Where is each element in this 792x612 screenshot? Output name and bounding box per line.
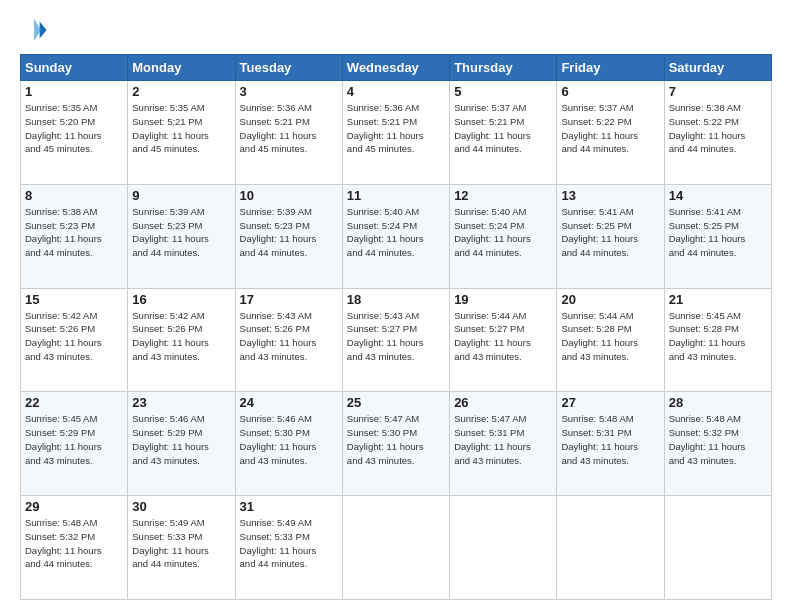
day-info: Sunrise: 5:41 AM Sunset: 5:25 PM Dayligh… xyxy=(561,205,659,260)
day-info: Sunrise: 5:48 AM Sunset: 5:31 PM Dayligh… xyxy=(561,412,659,467)
day-number: 17 xyxy=(240,292,338,307)
header-day-saturday: Saturday xyxy=(664,55,771,81)
day-info: Sunrise: 5:41 AM Sunset: 5:25 PM Dayligh… xyxy=(669,205,767,260)
calendar-cell xyxy=(342,496,449,600)
calendar-cell: 20Sunrise: 5:44 AM Sunset: 5:28 PM Dayli… xyxy=(557,288,664,392)
day-number: 25 xyxy=(347,395,445,410)
day-info: Sunrise: 5:36 AM Sunset: 5:21 PM Dayligh… xyxy=(240,101,338,156)
day-number: 26 xyxy=(454,395,552,410)
calendar-header-row: SundayMondayTuesdayWednesdayThursdayFrid… xyxy=(21,55,772,81)
calendar-cell: 22Sunrise: 5:45 AM Sunset: 5:29 PM Dayli… xyxy=(21,392,128,496)
calendar-week-row: 1Sunrise: 5:35 AM Sunset: 5:20 PM Daylig… xyxy=(21,81,772,185)
day-info: Sunrise: 5:39 AM Sunset: 5:23 PM Dayligh… xyxy=(240,205,338,260)
day-number: 5 xyxy=(454,84,552,99)
calendar-cell: 5Sunrise: 5:37 AM Sunset: 5:21 PM Daylig… xyxy=(450,81,557,185)
calendar-cell: 24Sunrise: 5:46 AM Sunset: 5:30 PM Dayli… xyxy=(235,392,342,496)
day-number: 4 xyxy=(347,84,445,99)
calendar-cell: 3Sunrise: 5:36 AM Sunset: 5:21 PM Daylig… xyxy=(235,81,342,185)
day-number: 14 xyxy=(669,188,767,203)
calendar-cell: 17Sunrise: 5:43 AM Sunset: 5:26 PM Dayli… xyxy=(235,288,342,392)
day-number: 27 xyxy=(561,395,659,410)
calendar-cell: 11Sunrise: 5:40 AM Sunset: 5:24 PM Dayli… xyxy=(342,184,449,288)
day-info: Sunrise: 5:48 AM Sunset: 5:32 PM Dayligh… xyxy=(25,516,123,571)
day-info: Sunrise: 5:42 AM Sunset: 5:26 PM Dayligh… xyxy=(25,309,123,364)
day-number: 10 xyxy=(240,188,338,203)
calendar-cell: 19Sunrise: 5:44 AM Sunset: 5:27 PM Dayli… xyxy=(450,288,557,392)
day-number: 15 xyxy=(25,292,123,307)
day-number: 12 xyxy=(454,188,552,203)
day-number: 13 xyxy=(561,188,659,203)
header xyxy=(20,16,772,44)
day-info: Sunrise: 5:39 AM Sunset: 5:23 PM Dayligh… xyxy=(132,205,230,260)
header-day-tuesday: Tuesday xyxy=(235,55,342,81)
calendar-cell: 12Sunrise: 5:40 AM Sunset: 5:24 PM Dayli… xyxy=(450,184,557,288)
calendar-cell: 1Sunrise: 5:35 AM Sunset: 5:20 PM Daylig… xyxy=(21,81,128,185)
calendar-cell: 14Sunrise: 5:41 AM Sunset: 5:25 PM Dayli… xyxy=(664,184,771,288)
header-day-sunday: Sunday xyxy=(21,55,128,81)
day-info: Sunrise: 5:46 AM Sunset: 5:30 PM Dayligh… xyxy=(240,412,338,467)
day-number: 22 xyxy=(25,395,123,410)
day-info: Sunrise: 5:37 AM Sunset: 5:21 PM Dayligh… xyxy=(454,101,552,156)
day-info: Sunrise: 5:35 AM Sunset: 5:21 PM Dayligh… xyxy=(132,101,230,156)
calendar-cell: 18Sunrise: 5:43 AM Sunset: 5:27 PM Dayli… xyxy=(342,288,449,392)
calendar-cell: 21Sunrise: 5:45 AM Sunset: 5:28 PM Dayli… xyxy=(664,288,771,392)
day-info: Sunrise: 5:44 AM Sunset: 5:28 PM Dayligh… xyxy=(561,309,659,364)
calendar-cell: 2Sunrise: 5:35 AM Sunset: 5:21 PM Daylig… xyxy=(128,81,235,185)
day-info: Sunrise: 5:36 AM Sunset: 5:21 PM Dayligh… xyxy=(347,101,445,156)
day-info: Sunrise: 5:38 AM Sunset: 5:23 PM Dayligh… xyxy=(25,205,123,260)
day-number: 18 xyxy=(347,292,445,307)
day-info: Sunrise: 5:43 AM Sunset: 5:27 PM Dayligh… xyxy=(347,309,445,364)
day-number: 28 xyxy=(669,395,767,410)
calendar-cell: 29Sunrise: 5:48 AM Sunset: 5:32 PM Dayli… xyxy=(21,496,128,600)
header-day-friday: Friday xyxy=(557,55,664,81)
day-number: 11 xyxy=(347,188,445,203)
calendar-cell: 16Sunrise: 5:42 AM Sunset: 5:26 PM Dayli… xyxy=(128,288,235,392)
logo xyxy=(20,16,52,44)
day-number: 24 xyxy=(240,395,338,410)
day-number: 1 xyxy=(25,84,123,99)
day-info: Sunrise: 5:40 AM Sunset: 5:24 PM Dayligh… xyxy=(347,205,445,260)
logo-icon xyxy=(20,16,48,44)
day-number: 20 xyxy=(561,292,659,307)
day-info: Sunrise: 5:45 AM Sunset: 5:29 PM Dayligh… xyxy=(25,412,123,467)
day-info: Sunrise: 5:44 AM Sunset: 5:27 PM Dayligh… xyxy=(454,309,552,364)
page: SundayMondayTuesdayWednesdayThursdayFrid… xyxy=(0,0,792,612)
day-number: 9 xyxy=(132,188,230,203)
calendar-week-row: 22Sunrise: 5:45 AM Sunset: 5:29 PM Dayli… xyxy=(21,392,772,496)
day-number: 19 xyxy=(454,292,552,307)
calendar-cell: 25Sunrise: 5:47 AM Sunset: 5:30 PM Dayli… xyxy=(342,392,449,496)
day-info: Sunrise: 5:38 AM Sunset: 5:22 PM Dayligh… xyxy=(669,101,767,156)
day-info: Sunrise: 5:37 AM Sunset: 5:22 PM Dayligh… xyxy=(561,101,659,156)
calendar-cell xyxy=(557,496,664,600)
day-number: 3 xyxy=(240,84,338,99)
calendar-cell: 8Sunrise: 5:38 AM Sunset: 5:23 PM Daylig… xyxy=(21,184,128,288)
day-number: 23 xyxy=(132,395,230,410)
day-info: Sunrise: 5:35 AM Sunset: 5:20 PM Dayligh… xyxy=(25,101,123,156)
day-number: 21 xyxy=(669,292,767,307)
day-number: 6 xyxy=(561,84,659,99)
day-number: 7 xyxy=(669,84,767,99)
day-info: Sunrise: 5:48 AM Sunset: 5:32 PM Dayligh… xyxy=(669,412,767,467)
header-day-wednesday: Wednesday xyxy=(342,55,449,81)
calendar-cell: 26Sunrise: 5:47 AM Sunset: 5:31 PM Dayli… xyxy=(450,392,557,496)
calendar-cell: 27Sunrise: 5:48 AM Sunset: 5:31 PM Dayli… xyxy=(557,392,664,496)
calendar-cell: 4Sunrise: 5:36 AM Sunset: 5:21 PM Daylig… xyxy=(342,81,449,185)
day-number: 29 xyxy=(25,499,123,514)
calendar-cell: 9Sunrise: 5:39 AM Sunset: 5:23 PM Daylig… xyxy=(128,184,235,288)
day-number: 8 xyxy=(25,188,123,203)
day-number: 30 xyxy=(132,499,230,514)
day-number: 31 xyxy=(240,499,338,514)
calendar-cell: 31Sunrise: 5:49 AM Sunset: 5:33 PM Dayli… xyxy=(235,496,342,600)
day-info: Sunrise: 5:43 AM Sunset: 5:26 PM Dayligh… xyxy=(240,309,338,364)
day-number: 2 xyxy=(132,84,230,99)
day-info: Sunrise: 5:46 AM Sunset: 5:29 PM Dayligh… xyxy=(132,412,230,467)
header-day-monday: Monday xyxy=(128,55,235,81)
day-info: Sunrise: 5:47 AM Sunset: 5:30 PM Dayligh… xyxy=(347,412,445,467)
calendar-cell: 15Sunrise: 5:42 AM Sunset: 5:26 PM Dayli… xyxy=(21,288,128,392)
day-info: Sunrise: 5:47 AM Sunset: 5:31 PM Dayligh… xyxy=(454,412,552,467)
day-info: Sunrise: 5:45 AM Sunset: 5:28 PM Dayligh… xyxy=(669,309,767,364)
calendar-cell: 10Sunrise: 5:39 AM Sunset: 5:23 PM Dayli… xyxy=(235,184,342,288)
day-info: Sunrise: 5:49 AM Sunset: 5:33 PM Dayligh… xyxy=(240,516,338,571)
calendar-cell: 23Sunrise: 5:46 AM Sunset: 5:29 PM Dayli… xyxy=(128,392,235,496)
calendar-cell xyxy=(450,496,557,600)
